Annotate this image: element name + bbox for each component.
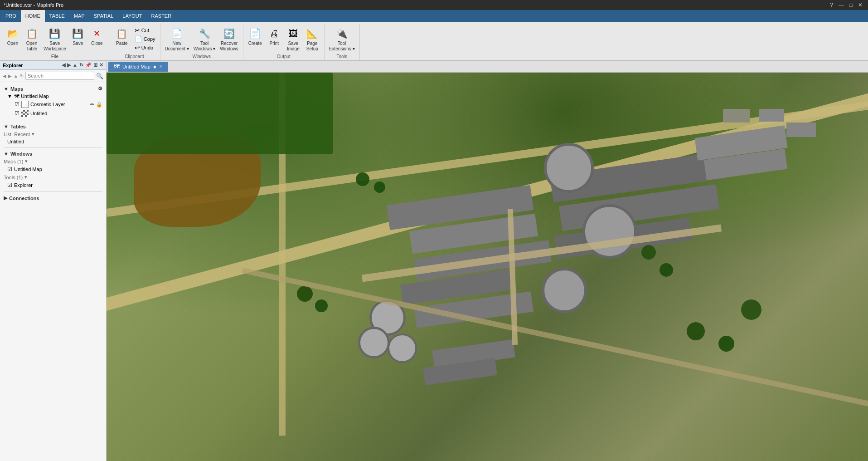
cosmetic-checkbox[interactable]: ☑ <box>15 101 19 108</box>
maximize-button[interactable]: □ <box>848 2 854 8</box>
minimize-button[interactable]: — <box>837 2 846 8</box>
undo-button[interactable]: ↩ Undo <box>133 44 157 52</box>
search-nav-forward[interactable]: ▶ <box>8 74 12 78</box>
copy-button[interactable]: 📄 Copy <box>133 35 157 43</box>
ribbon: 📂 Open 📋 OpenTable 💾 SaveWorkspace 💾 Sav… <box>0 22 868 61</box>
windows-explorer-item[interactable]: ☑ Explorer <box>0 181 106 189</box>
create-button[interactable]: 📄 Create <box>246 25 264 47</box>
untitled-map-item[interactable]: ▼ 🗺 Untitled Map <box>0 93 106 100</box>
file-group-label: File <box>51 54 58 59</box>
windows-maps-sub[interactable]: Maps (1) ▾ <box>0 157 106 165</box>
recover-windows-icon: 🔄 <box>222 26 237 41</box>
tab-layout[interactable]: LAYOUT <box>118 10 146 22</box>
recover-windows-button[interactable]: 🔄 RecoverWindows <box>218 25 240 53</box>
map-icon: 🗺 <box>14 93 19 99</box>
windows-tools-sub[interactable]: Tools (1) ▾ <box>0 173 106 181</box>
explorer-pin[interactable]: 📌 <box>85 62 92 68</box>
tab-home[interactable]: HOME <box>21 10 45 22</box>
cosmetic-edit-icon[interactable]: ✏ <box>90 102 94 108</box>
windows-tools-dropdown[interactable]: ▾ <box>24 174 27 180</box>
explorer-float[interactable]: ⊞ <box>93 62 97 68</box>
maps-settings-icon[interactable]: ⚙ <box>98 86 102 92</box>
separator-1 <box>4 120 102 120</box>
collapse-icon: ▼ <box>7 93 12 99</box>
map-viewport[interactable] <box>107 73 868 461</box>
map-tab-close[interactable]: ✕ <box>159 64 163 69</box>
explorer-nav-forward[interactable]: ▶ <box>67 62 71 68</box>
windows-map-checkbox[interactable]: ☑ <box>7 166 12 172</box>
tool-windows-button[interactable]: 🔧 ToolWindows ▾ <box>192 25 217 53</box>
windows-untitled-map-item[interactable]: ☑ Untitled Map <box>0 165 106 173</box>
open-button[interactable]: 📂 Open <box>4 25 22 47</box>
tables-collapse-icon: ▼ <box>4 124 9 129</box>
save-image-button[interactable]: 🖼 SaveImage <box>284 25 302 53</box>
windows-explorer-checkbox[interactable]: ☑ <box>7 182 12 188</box>
search-refresh[interactable]: ↻ <box>20 74 24 78</box>
close-button[interactable]: ✕ Close <box>88 25 106 47</box>
explorer-nav-back[interactable]: ◀ <box>62 62 65 68</box>
save-button[interactable]: 💾 Save <box>69 25 87 47</box>
tree-3 <box>297 286 313 302</box>
explorer-nav-up[interactable]: ▲ <box>73 62 78 68</box>
untitled-layer-item[interactable]: ☑ Untitled <box>0 109 106 118</box>
res-3 <box>786 123 816 137</box>
tab-map[interactable]: MAP <box>69 10 89 22</box>
map-tab-pin[interactable]: ◆ <box>153 64 156 69</box>
tree-9 <box>741 299 761 320</box>
search-input[interactable] <box>25 72 94 80</box>
open-icon: 📂 <box>5 26 20 41</box>
ribbon-tabs: PRO HOME TABLE MAP SPATIAL LAYOUT RASTER <box>0 10 868 22</box>
print-button[interactable]: 🖨 Print <box>265 25 283 47</box>
tables-section-label: Tables <box>10 124 26 129</box>
maps-section-header[interactable]: ▼ Maps ⚙ <box>0 84 106 93</box>
ribbon-group-file: 📂 Open 📋 OpenTable 💾 SaveWorkspace 💾 Sav… <box>1 24 109 60</box>
title-bar: *Untitled.wor - MapInfo Pro ? — □ ✕ <box>0 0 868 10</box>
paste-button[interactable]: 📋 Paste <box>112 25 132 47</box>
map-tabs-bar: 🗺 Untitled Map ◆ ✕ <box>107 61 868 73</box>
windows-maps-dropdown[interactable]: ▾ <box>25 158 28 164</box>
search-icon[interactable]: 🔍 <box>96 73 103 79</box>
separator-3 <box>4 191 102 191</box>
tab-spatial[interactable]: SPATIAL <box>89 10 118 22</box>
tables-sub[interactable]: List: Recent ▾ <box>0 130 106 138</box>
tank-large-2 <box>582 204 637 259</box>
new-document-icon: 📄 <box>170 26 184 41</box>
tab-raster[interactable]: RASTER <box>147 10 176 22</box>
close-window-button[interactable]: ✕ <box>856 2 864 8</box>
explorer-header: Explorer ◀ ▶ ▲ ↻ 📌 ⊞ ✕ <box>0 61 106 70</box>
page-setup-icon: 📐 <box>305 26 320 41</box>
search-nav-up[interactable]: ▲ <box>14 74 18 78</box>
untitled-checkbox[interactable]: ☑ <box>15 110 19 117</box>
tables-list-label: List: Recent <box>4 132 30 137</box>
aerial-map[interactable] <box>107 73 868 461</box>
tool-extensions-icon: 🔌 <box>335 26 349 41</box>
clipboard-group-label: Clipboard <box>125 54 144 59</box>
untitled-map-tab[interactable]: 🗺 Untitled Map ◆ ✕ <box>108 62 168 72</box>
map-tab-label: Untitled Map <box>122 64 150 69</box>
cosmetic-lock-icon[interactable]: 🔒 <box>96 102 102 108</box>
explorer-refresh[interactable]: ↻ <box>79 62 83 68</box>
tab-table[interactable]: TABLE <box>45 10 69 22</box>
explorer-close[interactable]: ✕ <box>99 62 103 68</box>
connections-section-header[interactable]: ▶ Connections <box>0 193 106 202</box>
tool-extensions-button[interactable]: 🔌 ToolExtensions ▾ <box>327 25 357 53</box>
cut-button[interactable]: ✂ Cut <box>133 26 157 34</box>
explorer-header-controls: ◀ ▶ ▲ ↻ 📌 ⊞ ✕ <box>62 62 103 68</box>
open-table-button[interactable]: 📋 OpenTable <box>23 25 41 53</box>
clipboard-small-buttons: ✂ Cut 📄 Copy ↩ Undo <box>133 25 157 52</box>
windows-section-header[interactable]: ▼ Windows <box>0 149 106 157</box>
save-image-icon: 🖼 <box>286 26 301 41</box>
tables-section-header[interactable]: ▼ Tables <box>0 122 106 130</box>
maps-collapse-icon: ▼ <box>4 86 9 92</box>
help-button[interactable]: ? <box>828 2 835 8</box>
page-setup-button[interactable]: 📐 PageSetup <box>303 25 321 53</box>
save-workspace-button[interactable]: 💾 SaveWorkspace <box>42 25 68 53</box>
search-nav-back[interactable]: ◀ <box>3 74 6 78</box>
cosmetic-layer-item[interactable]: ☑ Cosmetic Layer ✏ 🔒 <box>0 100 106 109</box>
untitled-table-item[interactable]: Untitled <box>0 138 106 145</box>
undo-icon: ↩ <box>135 44 140 51</box>
new-document-button[interactable]: 📄 NewDocument ▾ <box>163 25 191 53</box>
tables-list-dropdown[interactable]: ▾ <box>32 131 34 137</box>
separator-2 <box>4 147 102 147</box>
tab-pro[interactable]: PRO <box>1 10 21 22</box>
